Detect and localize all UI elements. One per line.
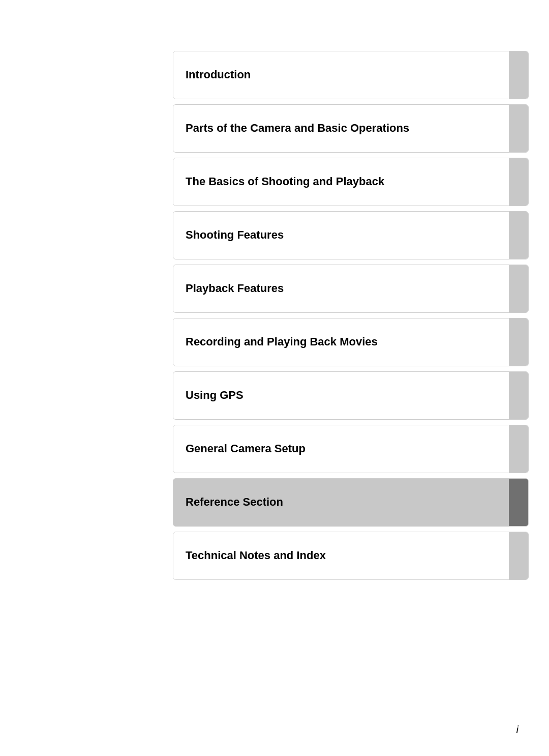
toc-tab-technical-notes xyxy=(509,532,528,579)
toc-label-recording-movies: Recording and Playing Back Movies xyxy=(186,335,378,350)
toc-label-basics-shooting: The Basics of Shooting and Playback xyxy=(186,175,384,189)
toc-label-reference-section: Reference Section xyxy=(186,495,283,510)
toc-tab-basics-shooting xyxy=(509,158,528,206)
toc-item-general-setup[interactable]: General Camera Setup xyxy=(173,425,529,473)
toc-tab-shooting-features xyxy=(509,212,528,259)
toc-tab-recording-movies xyxy=(509,318,528,366)
toc-label-technical-notes: Technical Notes and Index xyxy=(186,548,326,563)
toc-item-shooting-features[interactable]: Shooting Features xyxy=(173,211,529,259)
toc-label-introduction: Introduction xyxy=(186,68,251,82)
toc-label-general-setup: General Camera Setup xyxy=(186,442,306,456)
toc-item-recording-movies[interactable]: Recording and Playing Back Movies xyxy=(173,318,529,366)
toc-tab-playback-features xyxy=(509,265,528,312)
toc-item-basics-shooting[interactable]: The Basics of Shooting and Playback xyxy=(173,158,529,206)
toc-item-introduction[interactable]: Introduction xyxy=(173,51,529,99)
toc-label-using-gps: Using GPS xyxy=(186,388,243,403)
toc-label-playback-features: Playback Features xyxy=(186,281,284,296)
toc-item-playback-features[interactable]: Playback Features xyxy=(173,265,529,313)
toc-list: IntroductionParts of the Camera and Basi… xyxy=(173,51,529,585)
toc-tab-introduction xyxy=(509,51,528,99)
toc-item-reference-section[interactable]: Reference Section xyxy=(173,478,529,527)
page-container: IntroductionParts of the Camera and Basi… xyxy=(0,0,549,756)
toc-item-using-gps[interactable]: Using GPS xyxy=(173,371,529,420)
toc-tab-general-setup xyxy=(509,425,528,473)
toc-tab-using-gps xyxy=(509,372,528,419)
toc-tab-parts-camera xyxy=(509,105,528,152)
toc-label-parts-camera: Parts of the Camera and Basic Operations xyxy=(186,121,409,136)
toc-tab-reference-section xyxy=(509,479,528,526)
toc-item-technical-notes[interactable]: Technical Notes and Index xyxy=(173,532,529,580)
page-number: i xyxy=(516,724,518,736)
toc-item-parts-camera[interactable]: Parts of the Camera and Basic Operations xyxy=(173,104,529,153)
toc-label-shooting-features: Shooting Features xyxy=(186,228,284,243)
